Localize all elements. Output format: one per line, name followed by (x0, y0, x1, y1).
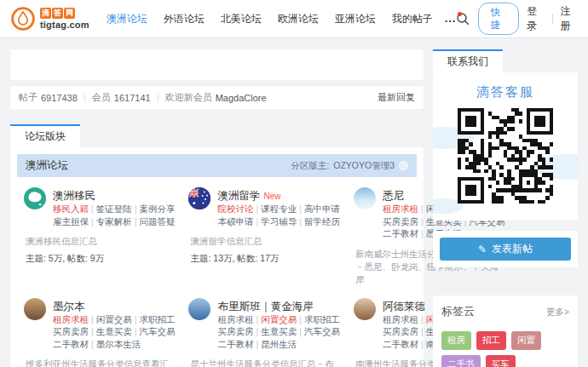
nav-item[interactable]: 北美论坛 (221, 12, 262, 26)
block-tag[interactable]: 租房求租 (217, 314, 253, 324)
tag-separator: | (299, 314, 302, 324)
block-tag[interactable]: 雇主担保 (53, 216, 89, 227)
block-tag[interactable]: 租房求租 (383, 204, 418, 214)
block-desc: 维多利亚州生活服务分类信息查看汇总－墨尔本、吉朗 (26, 358, 175, 367)
block-tag[interactable]: 二手教材 (383, 339, 418, 349)
block-tag[interactable]: 求职招工 (139, 314, 175, 324)
moderator-info: 分区版主: OZYOYO管理3 (291, 160, 408, 172)
tab-contact-us[interactable]: 联系我们 (433, 49, 503, 72)
nav-item[interactable]: 亚洲论坛 (335, 12, 376, 26)
block-title[interactable]: 布里斯班｜黄金海岸 (217, 301, 313, 313)
forum-block[interactable]: 墨尔本租房求租|闲置交易|求职招工买房卖房|生意买卖|汽车交易二手教材|墨尔本生… (20, 298, 178, 367)
block-title[interactable]: 阿德莱德 (383, 301, 425, 313)
more-tags-link[interactable]: 更多> (546, 307, 569, 318)
block-tag[interactable]: 昆州生活 (261, 339, 297, 349)
block-tag[interactable]: 闲置交易 (261, 314, 297, 324)
sidebar: 联系我们 滴答客服 ✎ 发表新帖 标签云 更多> (433, 49, 578, 367)
collapse-icon[interactable] (399, 161, 408, 170)
site-logo[interactable]: 滴答网 tigtag.com (10, 6, 89, 32)
content: 帖子 6917438 会员 1617141 欢迎新会员 MagdaClore 最… (0, 38, 588, 367)
block-tag[interactable]: 本硕申请 (217, 216, 253, 227)
forum-block[interactable]: 布里斯班｜黄金海岸租房求租|闲置交易|求职招工买房卖房|生意买卖|汽车交易二手教… (185, 298, 343, 367)
moderator-link[interactable]: OZYOYO管理3 (333, 160, 395, 172)
tag-separator: | (256, 204, 258, 214)
block-tag[interactable]: 院校讨论 (217, 204, 253, 214)
forum-block[interactable]: 澳洲留学New院校讨论|课程专业|高中申请本硕申请|学习辅导|留学经历澳洲留学信… (185, 187, 343, 286)
block-tag[interactable]: 移民入籍 (53, 204, 89, 214)
block-tag[interactable]: 课程专业 (261, 204, 297, 214)
block-tag[interactable]: 生意买卖 (261, 326, 297, 336)
block-tag[interactable]: 学习辅导 (261, 216, 297, 227)
cloud-tag[interactable]: 闲置 (511, 331, 541, 350)
block-stats: 主题: 13万, 帖数: 17万 (190, 253, 339, 265)
latest-reply-link[interactable]: 最新回复 (378, 91, 415, 104)
block-tag[interactable]: 留学经历 (304, 216, 340, 227)
nav-item[interactable]: 欧洲论坛 (278, 12, 319, 26)
more-dots: ... (445, 12, 457, 25)
cloud-tag[interactable]: 买车 (486, 355, 516, 367)
tag-separator: | (421, 326, 424, 336)
tab-forum-sections[interactable]: 论坛版块 (10, 124, 80, 147)
block-tag[interactable]: 签证登陆 (96, 204, 132, 214)
block-tag[interactable]: 求职招工 (304, 314, 340, 324)
nav-item[interactable]: 外语论坛 (164, 12, 205, 26)
welcome-user-link[interactable]: MagdaClore (216, 93, 267, 103)
brisbane-photo-icon (188, 298, 210, 320)
block-tag[interactable]: 案例分享 (139, 204, 175, 214)
nav-item[interactable]: 澳洲论坛 (107, 12, 147, 26)
tag-separator: | (299, 204, 302, 214)
cloud-tag[interactable]: 二手书 (441, 355, 481, 367)
contact-card: 滴答客服 (433, 72, 578, 221)
more-menu[interactable]: ... (445, 14, 457, 23)
quick-button[interactable]: 快捷 (478, 3, 519, 35)
block-tag[interactable]: 闲置交易 (96, 314, 132, 324)
customer-service-title: 滴答客服 (433, 84, 578, 100)
block-tag[interactable]: 生意买卖 (96, 326, 132, 336)
block-tag[interactable]: 买房卖房 (217, 326, 253, 336)
divider (84, 94, 85, 102)
block-tag[interactable]: 租房求租 (53, 314, 89, 324)
melbourne-photo-icon (24, 298, 46, 320)
block-tag[interactable]: 二手教材 (53, 339, 89, 349)
block-tag[interactable]: 二手教材 (217, 339, 253, 349)
block-tag[interactable]: 买房卖房 (383, 216, 418, 227)
welcome-label: 欢迎新会员 (165, 91, 212, 104)
block-tag[interactable]: 高中申请 (304, 204, 340, 214)
block-title[interactable]: 墨尔本 (53, 301, 85, 313)
block-main: 澳洲移民移民入籍|签证登陆|案例分享雇主担保|专家解析|问题答疑 (53, 187, 175, 227)
login-link[interactable]: 登录 (527, 4, 545, 33)
cloud-tag[interactable]: 租房 (441, 331, 471, 350)
new-post-button[interactable]: ✎ 发表新帖 (440, 238, 571, 261)
cloud-tag[interactable]: 招工 (476, 331, 506, 350)
block-tag[interactable]: 问题答疑 (139, 216, 175, 227)
block-main: 墨尔本租房求租|闲置交易|求职招工买房卖房|生意买卖|汽车交易二手教材|墨尔本生… (53, 298, 175, 351)
nav-item[interactable]: 我的帖子 (392, 12, 433, 26)
block-tag[interactable]: 汽车交易 (139, 326, 175, 336)
logo-domain: tigtag.com (40, 20, 89, 30)
block-tag[interactable]: 汽车交易 (304, 326, 340, 336)
block-tag[interactable]: 二手教材 (383, 228, 418, 238)
tag-separator: | (299, 216, 302, 227)
tag-separator: | (135, 326, 137, 336)
block-title[interactable]: 悉尼 (383, 190, 404, 202)
main-nav: 澳洲论坛外语论坛北美论坛欧洲论坛亚洲论坛我的帖子 (107, 12, 433, 26)
australia-flag-icon (188, 187, 210, 209)
block-tag[interactable]: 墨尔本生活 (96, 339, 141, 349)
tag-separator: | (256, 314, 258, 324)
block-tag[interactable]: 租房求租 (383, 314, 418, 324)
block-tag[interactable]: 买房卖房 (53, 326, 89, 336)
block-tag-line: 本硕申请|学习辅导|留学经历 (217, 215, 339, 228)
block-tag[interactable]: 专家解析 (96, 216, 132, 227)
block-title[interactable]: 澳洲留学New (217, 190, 280, 202)
register-link[interactable]: 注册 (561, 4, 579, 33)
forum-block[interactable]: 澳洲移民移民入籍|签证登陆|案例分享雇主担保|专家解析|问题答疑澳洲移民信息汇总… (20, 187, 178, 286)
tag-separator: | (135, 204, 137, 214)
block-stats: 主题: 5万, 帖数: 9万 (26, 253, 175, 265)
droplet-logo-icon (10, 6, 36, 32)
block-title[interactable]: 澳洲移民 (53, 190, 95, 202)
block-head: 墨尔本租房求租|闲置交易|求职招工买房卖房|生意买卖|汽车交易二手教材|墨尔本生… (24, 298, 175, 351)
block-tag-line: 买房卖房|生意买卖|汽车交易 (53, 325, 175, 338)
block-tag[interactable]: 买房卖房 (383, 326, 418, 336)
logo-char: 答 (52, 8, 63, 19)
moderator-label: 分区版主: (291, 160, 329, 172)
